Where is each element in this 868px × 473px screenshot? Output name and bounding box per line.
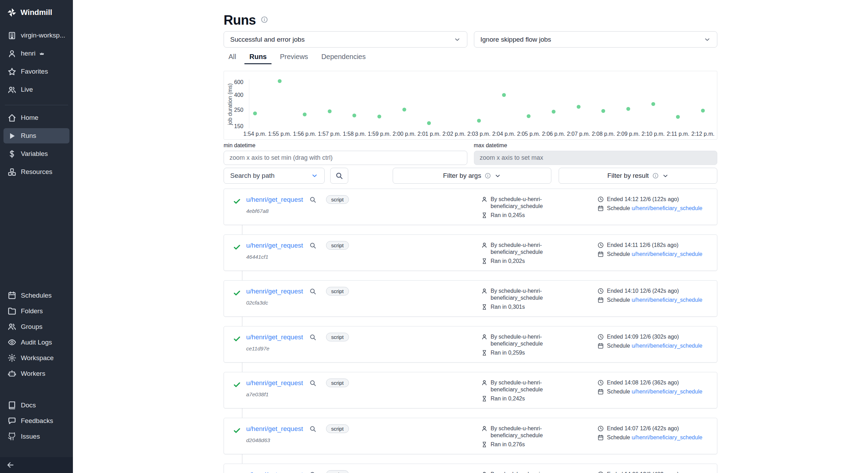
sidebar-item-variables[interactable]: Variables [3,146,69,161]
schedule-link[interactable]: u/henri/beneficiary_schedule [632,205,702,211]
run-id: 4ebf67a8 [246,208,349,214]
max-datetime-input[interactable] [474,151,718,165]
sidebar-item-feedbacks[interactable]: Feedbacks [3,413,69,428]
schedule-link[interactable]: u/henri/beneficiary_schedule [632,343,702,349]
schedule-link[interactable]: u/henri/beneficiary_schedule [632,389,702,395]
hourglass-icon [481,350,487,356]
sidebar-item-henri[interactable]: henri [3,46,69,61]
windmill-logo-icon [7,8,17,17]
sidebar-item-folders[interactable]: Folders [3,304,69,318]
run-card[interactable]: u/henri/get_requestscriptce11d97eBy sche… [224,326,717,363]
clock-icon [598,334,604,340]
run-path-link[interactable]: u/henri/get_request [246,242,303,249]
chart-y-tick: 400 [227,92,243,98]
schedule-link[interactable]: u/henri/beneficiary_schedule [632,297,702,303]
collapse-sidebar-icon[interactable] [6,461,15,469]
calendar-icon [598,205,604,211]
clock-icon [598,196,604,202]
row-search-icon[interactable] [309,425,316,432]
skipped-flows-select[interactable]: Ignore skipped flow jobs [474,31,718,48]
sidebar-item-label: Folders [21,307,43,315]
sidebar-item-label: Workers [21,370,45,377]
chart-point [676,115,680,119]
run-path-link[interactable]: u/henri/get_request [246,379,303,387]
sidebar-item-label: Schedules [21,292,52,299]
run-card[interactable]: u/henri/get_requestscripta7e038f1By sche… [224,372,717,408]
max-datetime-label: max datetime [474,142,718,149]
schedule-link[interactable]: u/henri/beneficiary_schedule [632,434,702,440]
sidebar-item-live[interactable]: Live [3,82,69,97]
bot-icon [8,369,16,378]
run-connector [242,454,242,464]
row-search-icon[interactable] [309,196,316,203]
page-header: Runs [224,13,717,28]
sidebar-item-docs[interactable]: Docs [3,398,69,413]
run-schedule: Schedule u/henri/beneficiary_schedule [607,434,702,441]
calendar-icon [598,251,604,257]
run-id: 02cfa3dc [246,300,349,306]
run-triggered-by: By schedule-u-henri-beneficiary_schedule [491,333,552,347]
sidebar-item-issues[interactable]: Issues [3,429,69,444]
run-path-link[interactable]: u/henri/get_request [246,425,303,433]
search-by-path-select[interactable]: Search by path [224,168,325,184]
tab-all[interactable]: All [224,51,241,64]
sidebar-item-favorites[interactable]: Favorites [3,64,69,79]
user-icon [481,196,487,202]
sidebar-item-schedules[interactable]: Schedules [3,288,69,303]
skipped-flows-value: Ignore skipped flow jobs [481,36,551,43]
search-button[interactable] [330,168,348,184]
run-schedule: Schedule u/henri/beneficiary_schedule [607,251,702,258]
run-card[interactable]: u/henri/get_requestscriptd2048d63By sche… [224,418,717,454]
clock-icon [598,242,604,248]
job-status-select[interactable]: Successful and error jobs [224,31,467,48]
run-path-link[interactable]: u/henri/get_request [246,333,303,341]
run-path-link[interactable]: u/henri/get_request [246,196,303,204]
run-card[interactable]: u/henri/get_requestscriptBy schedule-u-h… [224,464,717,473]
run-triggered-by: By schedule-u-henri-beneficiary_schedule [491,242,552,256]
run-kind-badge: script [326,287,349,296]
row-search-icon[interactable] [309,380,316,387]
run-card[interactable]: u/henri/get_requestscript46441cf1By sche… [224,234,717,271]
run-kind-badge: script [326,241,349,250]
workspace-logo[interactable]: Windmill [0,3,73,22]
sidebar-item-runs[interactable]: Runs [3,128,69,143]
run-path-link[interactable]: u/henri/get_request [246,471,303,473]
tab-dependencies[interactable]: Dependencies [316,51,370,64]
sidebar-nav: virgin-worksp...henriFavoritesLiveHomeRu… [0,22,73,444]
run-path-link[interactable]: u/henri/get_request [246,288,303,295]
job-duration-chart[interactable]: job duration (ms) 150250400600 1:54 p.m.… [224,71,717,140]
run-kind-badge: script [326,195,349,204]
schedule-link[interactable]: u/henri/beneficiary_schedule [632,251,702,257]
run-triggered-by: By schedule-u-henri-beneficiary_schedule [491,379,552,393]
sidebar-item-home[interactable]: Home [3,110,69,125]
tab-previews[interactable]: Previews [275,51,313,64]
run-ended: Ended 14:08 12/6 (362s ago) [607,379,679,386]
info-icon[interactable] [261,16,268,23]
row-search-icon[interactable] [309,242,316,249]
sidebar-item-groups[interactable]: Groups [3,319,69,334]
tab-runs[interactable]: Runs [244,51,272,64]
sidebar-item-label: Runs [21,132,36,140]
chart-y-tick: 600 [227,79,243,85]
star-icon [8,67,16,76]
sidebar-item-workspace[interactable]: Workspace [3,350,69,365]
sidebar-item-workers[interactable]: Workers [3,366,69,381]
row-search-icon[interactable] [309,471,316,473]
run-connector [242,363,242,372]
run-card[interactable]: u/henri/get_requestscript02cfa3dcBy sche… [224,280,717,317]
sidebar-item-label: Workspace [21,354,54,362]
filter-by-result-button[interactable]: Filter by result [559,168,717,184]
run-duration: Ran in 0,259s [491,349,525,356]
filter-by-args-button[interactable]: Filter by args [393,168,551,184]
run-duration: Ran in 0,202s [491,258,525,265]
sidebar-item-resources[interactable]: Resources [3,164,69,180]
row-search-icon[interactable] [309,288,316,295]
sidebar-item-audit-logs[interactable]: Audit Logs [3,335,69,350]
run-card[interactable]: u/henri/get_requestscript4ebf67a8By sche… [224,189,717,225]
success-check-icon [233,289,241,297]
row-search-icon[interactable] [309,334,316,341]
boxes-icon [8,168,16,176]
sidebar-item-virgin-worksp[interactable]: virgin-worksp... [3,28,69,43]
min-datetime-input[interactable] [224,151,467,165]
chart-point [402,108,406,111]
